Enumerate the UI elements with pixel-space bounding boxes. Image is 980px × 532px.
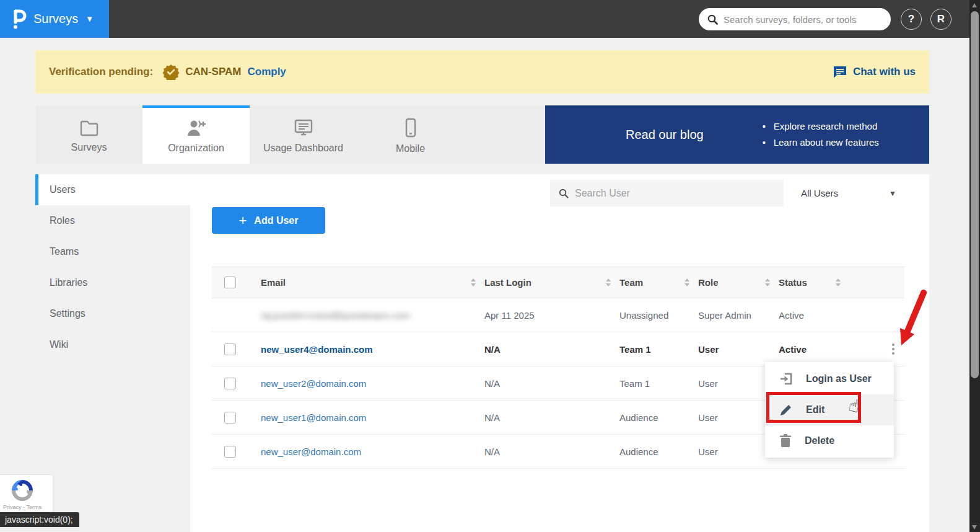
tab-mobile-label: Mobile — [396, 143, 425, 154]
status-cell: Active — [779, 310, 804, 321]
add-user-button[interactable]: + Add User — [212, 207, 325, 234]
tab-surveys-label: Surveys — [71, 142, 107, 153]
table-row: raj.purohit+cctest@questionpro.comApr 11… — [212, 298, 904, 332]
menu-item-label: Login as User — [806, 373, 872, 384]
sidebar-item-settings[interactable]: Settings — [35, 298, 190, 329]
user-email-link[interactable]: new_user4@domain.com — [261, 344, 373, 355]
chat-bubble-icon — [833, 65, 847, 79]
blog-promo-panel[interactable]: Read our blog Explore research methodLea… — [545, 105, 929, 164]
top-bar: Surveys ▼ ? R — [0, 0, 980, 38]
dashboard-icon — [293, 118, 314, 137]
sidebar: UsersRolesTeamsLibrariesSettingsWiki — [35, 174, 190, 532]
status-url-label: javascript:void(0); — [5, 515, 73, 525]
verification-pending-label: Verification pending: — [49, 66, 153, 78]
main-tabs: Surveys Organization Usage Dashbo — [35, 105, 929, 164]
user-search-input[interactable] — [575, 188, 775, 199]
chat-with-us-link[interactable]: Chat with us — [833, 65, 916, 79]
verification-banner: Verification pending: CAN-SPAM Comply Ch… — [35, 50, 929, 94]
recaptcha-logo-icon — [11, 479, 34, 502]
sidebar-item-wiki[interactable]: Wiki — [35, 329, 190, 360]
login-icon — [779, 371, 794, 386]
user-email-link[interactable]: new_user@domain.com — [261, 446, 361, 457]
scroll-down-icon[interactable] — [972, 525, 977, 530]
sidebar-item-label: Users — [50, 184, 76, 195]
sort-status-icon[interactable] — [836, 278, 841, 286]
last-login-cell: N/A — [484, 446, 500, 457]
tab-usage-dashboard[interactable]: Usage Dashboard — [250, 105, 357, 164]
sidebar-item-label: Wiki — [50, 339, 68, 350]
menu-item-label: Delete — [805, 435, 834, 446]
col-last-login: Last Login — [484, 277, 532, 288]
sidebar-item-label: Teams — [50, 246, 79, 257]
col-status: Status — [779, 277, 807, 288]
tab-surveys[interactable]: Surveys — [35, 105, 142, 164]
sidebar-item-libraries[interactable]: Libraries — [35, 267, 190, 298]
avatar[interactable]: R — [930, 9, 952, 30]
plus-icon: + — [239, 214, 247, 228]
menu-item-login-as-user[interactable]: Login as User — [765, 363, 894, 394]
page-scrollbar[interactable] — [969, 0, 980, 532]
user-filter-dropdown[interactable]: All Users ▼ — [795, 180, 903, 206]
last-login-cell: N/A — [484, 378, 500, 389]
row-checkbox[interactable] — [224, 378, 236, 389]
help-button[interactable]: ? — [901, 9, 922, 30]
sidebar-item-label: Roles — [50, 215, 75, 226]
sort-last-login-icon[interactable] — [606, 278, 611, 286]
global-search-input[interactable] — [724, 14, 882, 25]
tab-organization[interactable]: Organization — [142, 105, 250, 164]
row-checkbox[interactable] — [224, 412, 236, 423]
blog-panel-bullets: Explore research methodLearn about new f… — [763, 118, 879, 151]
menu-item-label: Edit — [806, 404, 825, 415]
organization-content: UsersRolesTeamsLibrariesSettingsWiki All… — [35, 174, 929, 532]
scrollbar-thumb[interactable] — [971, 11, 979, 378]
scroll-up-icon[interactable] — [972, 3, 977, 7]
mobile-icon — [405, 118, 417, 138]
sidebar-item-teams[interactable]: Teams — [35, 236, 190, 267]
blog-bullet: Learn about new features — [763, 135, 879, 151]
trash-icon — [779, 433, 792, 448]
blog-panel-title: Read our blog — [626, 128, 704, 142]
role-cell: User — [698, 378, 718, 389]
role-cell: User — [698, 446, 718, 457]
user-email-link[interactable]: new_user1@domain.com — [261, 412, 366, 423]
sidebar-item-users[interactable]: Users — [35, 174, 190, 205]
blog-bullet: Explore research method — [763, 118, 879, 135]
table-row: new_user4@domain.comN/ATeam 1UserActive — [212, 332, 904, 366]
chat-with-us-label: Chat with us — [853, 66, 916, 78]
tab-usage-dashboard-label: Usage Dashboard — [263, 143, 343, 154]
app-name: Surveys — [33, 12, 78, 26]
sort-email-icon[interactable] — [471, 278, 476, 286]
row-actions-kebab-icon[interactable] — [888, 341, 898, 357]
user-add-icon — [185, 118, 208, 137]
user-email-link[interactable]: new_user2@domain.com — [261, 378, 366, 389]
product-switcher[interactable]: Surveys ▼ — [0, 0, 109, 38]
verified-seal-icon — [163, 64, 179, 80]
sidebar-item-roles[interactable]: Roles — [35, 205, 190, 236]
chevron-down-icon: ▼ — [889, 189, 896, 198]
pencil-icon — [779, 402, 794, 417]
sort-team-icon[interactable] — [685, 278, 689, 286]
chevron-down-icon: ▼ — [85, 14, 94, 24]
comply-link[interactable]: Comply — [247, 66, 286, 78]
row-checkbox[interactable] — [224, 446, 236, 458]
user-search[interactable] — [550, 180, 784, 206]
team-cell: Audience — [619, 412, 658, 423]
col-role: Role — [698, 277, 719, 288]
select-all-checkbox[interactable] — [224, 277, 236, 288]
recaptcha-terms-label: Privacy - Terms — [3, 504, 42, 510]
menu-item-edit[interactable]: Edit — [765, 394, 894, 425]
menu-item-delete[interactable]: Delete — [765, 425, 894, 456]
global-search[interactable] — [699, 8, 891, 30]
last-login-cell: N/A — [484, 412, 500, 423]
team-cell: Audience — [619, 446, 658, 457]
tab-organization-label: Organization — [168, 143, 224, 154]
role-cell: Super Admin — [698, 310, 751, 321]
row-checkbox[interactable] — [224, 344, 236, 355]
role-cell: User — [698, 344, 719, 355]
tab-mobile[interactable]: Mobile — [357, 105, 464, 164]
search-icon — [707, 14, 718, 25]
sort-role-icon[interactable] — [765, 278, 770, 286]
search-icon — [559, 188, 569, 198]
recaptcha-badge[interactable]: Privacy - Terms — [0, 474, 53, 513]
team-cell: Unassigned — [619, 310, 668, 321]
